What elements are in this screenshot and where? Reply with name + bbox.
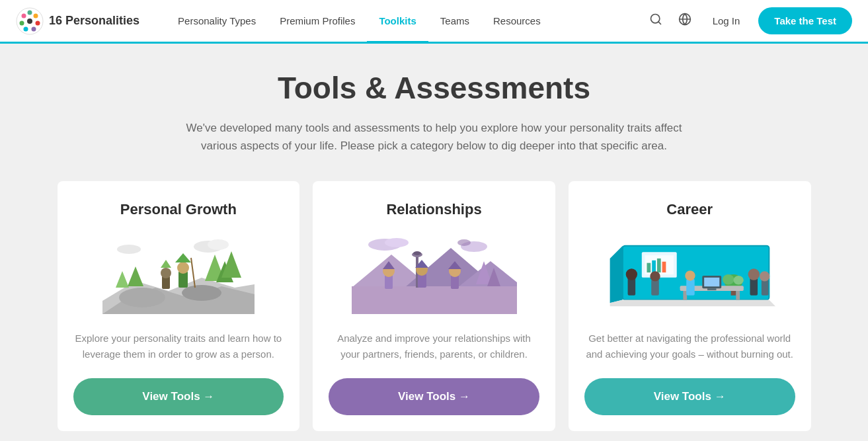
svg-marker-22 xyxy=(161,260,171,268)
svg-rect-77 xyxy=(651,280,659,296)
card-personal-growth-image xyxy=(73,231,284,317)
relationships-illustration xyxy=(352,235,517,314)
search-icon xyxy=(649,13,662,26)
card-personal-growth-description: Explore your personality traits and lear… xyxy=(73,331,284,362)
svg-point-82 xyxy=(748,269,760,280)
globe-button[interactable] xyxy=(676,10,694,32)
svg-point-78 xyxy=(650,272,660,282)
card-personal-growth-btn[interactable]: View Tools → xyxy=(73,378,284,415)
main-content: Tools & Assessments We've developed many… xyxy=(0,44,868,441)
career-illustration xyxy=(604,235,775,314)
svg-point-21 xyxy=(161,268,171,278)
svg-marker-57 xyxy=(610,246,623,303)
svg-point-5 xyxy=(24,26,28,31)
svg-point-3 xyxy=(36,20,40,25)
svg-rect-62 xyxy=(652,261,656,272)
card-career-btn[interactable]: View Tools → xyxy=(584,378,795,415)
nav-resources[interactable]: Resources xyxy=(481,1,553,41)
card-personal-growth: Personal Growth xyxy=(58,181,300,431)
svg-point-68 xyxy=(734,276,744,284)
svg-rect-83 xyxy=(762,280,769,296)
svg-rect-61 xyxy=(647,263,651,272)
card-career-title: Career xyxy=(666,201,713,218)
nav-right: Log In Take the Test xyxy=(647,7,852,34)
svg-point-52 xyxy=(385,238,409,247)
svg-rect-63 xyxy=(657,259,661,272)
svg-point-1 xyxy=(28,10,32,15)
globe-icon xyxy=(678,13,691,26)
svg-rect-81 xyxy=(750,278,758,296)
nav-teams[interactable]: Teams xyxy=(428,1,481,41)
svg-point-39 xyxy=(413,251,421,255)
personal-growth-illustration xyxy=(102,235,255,314)
svg-point-6 xyxy=(20,20,24,25)
login-button[interactable]: Log In xyxy=(705,10,748,32)
svg-marker-58 xyxy=(610,300,775,307)
nav-toolkits[interactable]: Toolkits xyxy=(367,1,428,41)
svg-rect-74 xyxy=(707,289,716,291)
svg-point-4 xyxy=(32,26,36,31)
card-relationships-description: Analyze and improve your relationships w… xyxy=(329,331,539,362)
logo-text: 16 Personalities xyxy=(49,14,139,28)
svg-point-15 xyxy=(119,288,165,307)
nav-personality-types[interactable]: Personality Types xyxy=(166,1,268,41)
svg-rect-79 xyxy=(686,279,695,296)
svg-point-16 xyxy=(182,285,221,301)
svg-rect-71 xyxy=(736,291,740,300)
page-title: Tools & Assessments xyxy=(13,70,855,106)
svg-point-54 xyxy=(457,239,471,246)
svg-point-8 xyxy=(27,19,32,24)
card-career-image xyxy=(584,231,795,317)
svg-marker-36 xyxy=(352,286,517,314)
card-relationships: Relationships xyxy=(313,181,555,431)
svg-point-24 xyxy=(177,262,189,274)
search-button[interactable] xyxy=(647,10,665,32)
svg-marker-27 xyxy=(116,271,129,288)
svg-marker-28 xyxy=(128,266,143,286)
card-relationships-btn[interactable]: View Tools → xyxy=(329,378,539,415)
navbar: 16 Personalities Personality Types Premi… xyxy=(0,0,868,44)
nav-links: Personality Types Premium Profiles Toolk… xyxy=(166,1,647,41)
card-relationships-title: Relationships xyxy=(386,201,481,218)
page-subtitle: We've developed many tools and assessmen… xyxy=(177,119,692,155)
svg-marker-25 xyxy=(175,253,191,262)
svg-rect-73 xyxy=(704,278,719,286)
take-test-button[interactable]: Take the Test xyxy=(758,7,852,34)
card-career: Career xyxy=(569,181,811,431)
logo-icon xyxy=(16,7,44,35)
card-personal-growth-title: Personal Growth xyxy=(120,201,237,218)
svg-point-30 xyxy=(208,239,229,250)
cards-container: Personal Growth xyxy=(51,181,818,431)
logo-link[interactable]: 16 Personalities xyxy=(16,7,139,35)
svg-point-76 xyxy=(626,269,637,280)
svg-point-80 xyxy=(685,271,695,281)
nav-premium-profiles[interactable]: Premium Profiles xyxy=(268,1,367,41)
svg-line-10 xyxy=(658,22,661,24)
svg-point-67 xyxy=(723,274,734,284)
card-career-description: Get better at navigating the professiona… xyxy=(584,331,795,362)
svg-point-7 xyxy=(22,13,26,18)
svg-point-31 xyxy=(117,245,141,254)
svg-point-2 xyxy=(34,13,38,18)
svg-point-84 xyxy=(760,272,769,282)
svg-rect-64 xyxy=(662,262,666,272)
svg-rect-75 xyxy=(628,278,636,296)
card-relationships-image xyxy=(329,231,539,317)
